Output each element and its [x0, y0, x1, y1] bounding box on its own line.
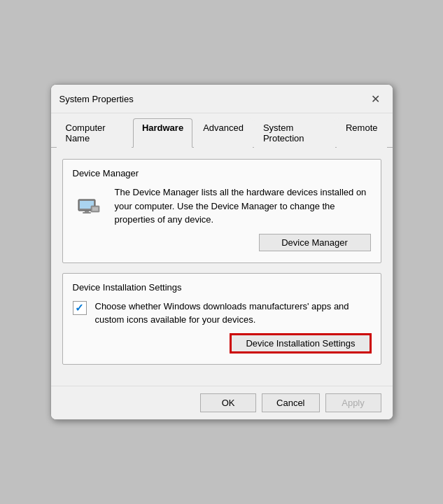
device-manager-section: Device Manager Th	[62, 159, 381, 263]
close-button[interactable]: ✕	[367, 90, 384, 107]
tab-system-protection[interactable]: System Protection	[254, 118, 335, 148]
device-manager-btn-row: Device Manager	[73, 234, 371, 251]
ok-button[interactable]: OK	[200, 393, 256, 412]
device-manager-row: The Device Manager lists all the hardwar…	[73, 186, 371, 227]
tab-content: Device Manager Th	[51, 148, 393, 386]
svg-rect-3	[83, 212, 91, 214]
device-installation-checkbox[interactable]: ✓	[73, 301, 87, 315]
system-properties-dialog: System Properties ✕ Computer Name Hardwa…	[50, 84, 393, 420]
device-manager-title: Device Manager	[73, 168, 371, 178]
hardware-svg-icon	[76, 188, 104, 216]
title-bar: System Properties ✕	[51, 85, 393, 113]
tab-bar: Computer Name Hardware Advanced System P…	[51, 113, 393, 148]
tab-hardware[interactable]: Hardware	[133, 118, 192, 148]
device-manager-button[interactable]: Device Manager	[259, 234, 371, 251]
footer-bar: OK Cancel Apply	[51, 386, 393, 419]
device-installation-btn-row: Device Installation Settings	[73, 334, 371, 353]
device-manager-description: The Device Manager lists all the hardwar…	[115, 186, 371, 227]
device-installation-button[interactable]: Device Installation Settings	[230, 334, 370, 353]
apply-button[interactable]: Apply	[325, 393, 381, 412]
device-installation-row: ✓ Choose whether Windows downloads manuf…	[73, 300, 371, 327]
tab-remote[interactable]: Remote	[337, 118, 387, 148]
cancel-button[interactable]: Cancel	[262, 393, 319, 412]
svg-rect-5	[92, 207, 98, 211]
device-manager-icon	[73, 186, 106, 219]
tab-computer-name[interactable]: Computer Name	[57, 118, 132, 148]
device-installation-section: Device Installation Settings ✓ Choose wh…	[62, 273, 381, 365]
checkmark-icon: ✓	[75, 302, 84, 313]
device-installation-title: Device Installation Settings	[73, 282, 371, 293]
device-installation-description: Choose whether Windows downloads manufac…	[95, 300, 371, 327]
dialog-title: System Properties	[59, 94, 134, 104]
tab-advanced[interactable]: Advanced	[194, 118, 253, 148]
